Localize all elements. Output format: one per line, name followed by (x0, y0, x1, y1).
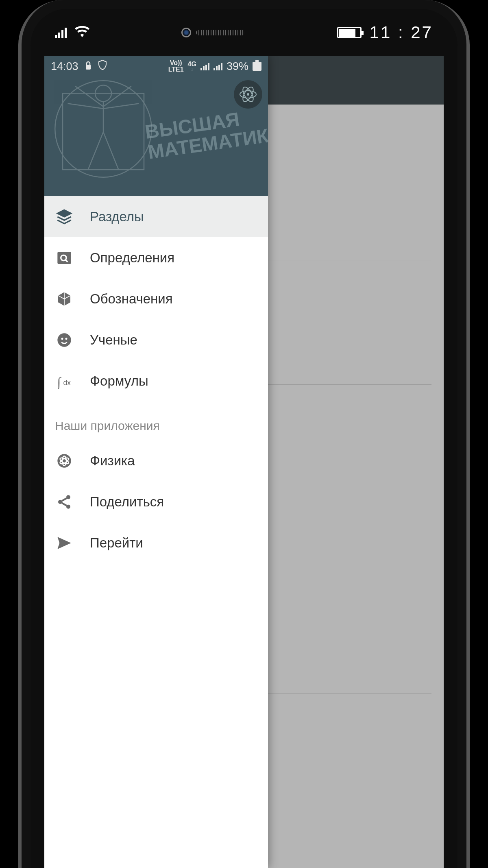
inner-clock: 14:03 (51, 60, 78, 73)
cube-icon (55, 290, 74, 308)
nav-item-go[interactable]: Перейти (44, 522, 268, 563)
svg-text:dx: dx (63, 379, 71, 387)
outer-status-left (55, 24, 89, 41)
battery-icon (253, 62, 261, 71)
nav-label: Поделиться (90, 494, 164, 510)
nav-label: Формулы (90, 373, 148, 389)
nav-item-physics[interactable]: Физика (44, 440, 268, 481)
vitruvian-art (52, 72, 154, 186)
signal-icon (214, 62, 222, 70)
face-icon (55, 331, 74, 349)
svg-rect-0 (86, 65, 91, 70)
drawer-header: 14:03 Vo)) (44, 56, 268, 196)
search-page-icon (55, 249, 74, 267)
network-type: 4G ↕ (188, 61, 196, 72)
nav-label: Перейти (90, 535, 143, 551)
volte-top: Vo)) (170, 60, 182, 66)
shield-icon (98, 60, 107, 73)
volte-bottom: LTE1 (168, 66, 184, 73)
nav-label: Обозначения (90, 291, 173, 307)
svg-text:∫: ∫ (57, 374, 62, 389)
share-icon (55, 493, 74, 511)
layers-icon (55, 207, 74, 226)
svg-point-21 (66, 504, 70, 508)
app-logo-icon (234, 80, 262, 109)
divider (44, 405, 268, 405)
svg-rect-8 (57, 252, 71, 264)
nav-item-formulas[interactable]: ∫dx Формулы (44, 360, 268, 401)
phone-bezel: 11 : 27 …дия …сла.…. Функция. …е и малые… (18, 0, 470, 868)
volte-indicator: Vo)) LTE1 (168, 60, 184, 73)
phone-inner: 11 : 27 …дия …сла.…. Функция. …е и малые… (30, 9, 458, 868)
speaker-grille (196, 30, 245, 35)
nav-label: Разделы (90, 209, 144, 225)
nav-item-sections[interactable]: Разделы (44, 196, 268, 237)
svg-point-19 (66, 495, 70, 499)
screen: …дия …сла.…. Функция. …е и малые…еоремы … (44, 56, 444, 868)
camera-notch (181, 28, 245, 37)
inner-status-right: Vo)) LTE1 4G ↕ 39% (168, 60, 261, 73)
camera-icon (181, 28, 191, 37)
navigation-drawer: 14:03 Vo)) (44, 56, 268, 868)
atom-icon (55, 451, 74, 470)
nav-list: Разделы Определения Обозна (44, 196, 268, 401)
lock-icon (85, 60, 92, 73)
nav-label: Определения (90, 250, 174, 266)
send-icon (55, 534, 74, 552)
outer-clock: 11 : 27 (370, 23, 433, 42)
nav-apps-list: Физика Поделиться Перейти (44, 440, 268, 563)
nav-section-header: Наши приложения (44, 408, 268, 440)
nav-label: Ученые (90, 332, 137, 348)
nav-item-notations[interactable]: Обозначения (44, 278, 268, 319)
drawer-header-title: Высшая математика (144, 103, 268, 163)
outer-statusbar: 11 : 27 (30, 9, 458, 56)
svg-point-12 (65, 338, 68, 340)
signal-icon (200, 62, 209, 70)
phone-mockup: 11 : 27 …дия …сла.…. Функция. …е и малые… (0, 0, 488, 868)
wifi-icon (75, 24, 89, 41)
nav-label: Физика (90, 453, 135, 469)
svg-point-10 (57, 333, 71, 347)
battery-percent: 39% (227, 60, 248, 73)
integral-icon: ∫dx (55, 372, 74, 390)
outer-status-right: 11 : 27 (337, 23, 433, 42)
nav-item-definitions[interactable]: Определения (44, 237, 268, 278)
svg-point-11 (61, 338, 63, 340)
signal-icon (55, 27, 67, 38)
nav-item-scientists[interactable]: Ученые (44, 319, 268, 360)
battery-icon (337, 27, 362, 38)
svg-point-20 (58, 500, 62, 504)
nav-item-share[interactable]: Поделиться (44, 481, 268, 522)
svg-point-7 (247, 93, 249, 96)
inner-status-left: 14:03 (51, 60, 107, 73)
